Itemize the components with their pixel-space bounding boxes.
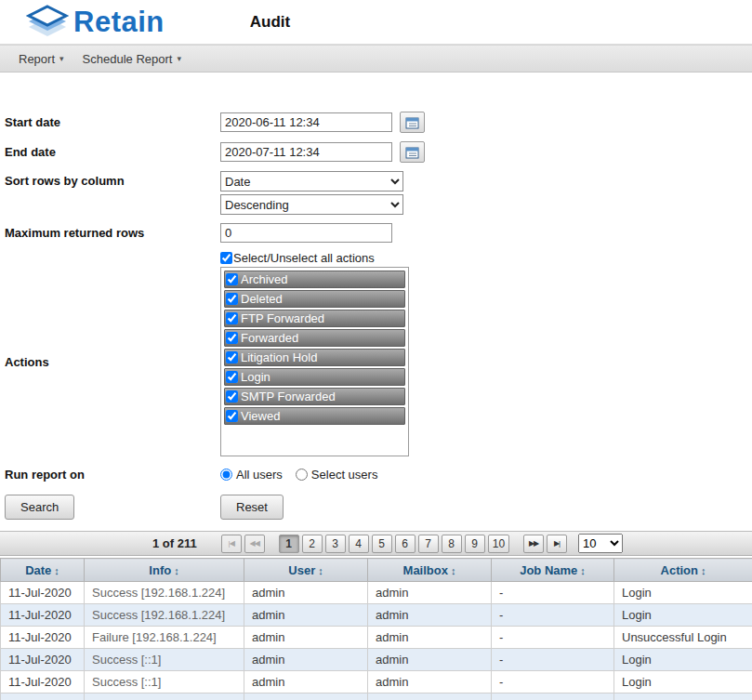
cell-mailbox: admin [368, 604, 492, 627]
cell-action: Login [614, 604, 752, 627]
action-item-smtp-forwarded[interactable]: SMTP Forwarded [224, 388, 405, 405]
cell-mailbox: admin [368, 627, 492, 649]
max-rows-row: Maximum returned rows [0, 223, 752, 243]
end-date-calendar-button[interactable] [400, 141, 425, 163]
table-row[interactable]: 11-Jul-2020 Success [192.168.1.224] admi… [1, 582, 752, 604]
start-date-input[interactable] [220, 112, 392, 132]
actions-row: Actions Archived Deleted FTP Forwarded F… [0, 267, 752, 456]
action-item-deleted[interactable]: Deleted [224, 290, 405, 308]
action-checkbox[interactable] [226, 410, 238, 422]
select-all-actions-checkbox[interactable] [220, 252, 232, 264]
cell-user: collector [244, 693, 368, 700]
radio-all-users[interactable]: All users [220, 468, 283, 482]
action-checkbox[interactable] [226, 371, 238, 383]
start-date-calendar-button[interactable] [400, 112, 425, 133]
action-checkbox[interactable] [226, 293, 238, 305]
column-header-job-name[interactable]: Job Name↕ [492, 559, 614, 582]
sort-column-select[interactable]: Date [220, 171, 403, 192]
retain-logo-icon [24, 4, 71, 41]
page-button-6[interactable]: 6 [395, 535, 416, 553]
cell-date: 11-Jul-2020 [1, 693, 85, 700]
cell-info: Success [::1] [85, 649, 244, 671]
end-date-input[interactable] [220, 142, 392, 162]
action-item-forwarded[interactable]: Forwarded [224, 329, 405, 347]
menu-report-label: Report [19, 52, 55, 66]
action-label: Deleted [241, 292, 283, 306]
page-button-3[interactable]: 3 [325, 535, 346, 553]
action-checkbox[interactable] [226, 351, 238, 363]
sort-icon: ↕ [318, 565, 323, 576]
max-rows-label: Maximum returned rows [0, 226, 220, 240]
page-size-select[interactable]: 10 [578, 534, 623, 553]
sort-row: Sort rows by column Date Descending [0, 171, 752, 215]
action-label: Archived [241, 272, 288, 286]
reset-button[interactable]: Reset [220, 495, 284, 520]
column-header-mailbox[interactable]: Mailbox↕ [368, 559, 492, 582]
cell-action: Login [614, 582, 752, 604]
action-item-login[interactable]: Login [224, 368, 405, 386]
column-header-date[interactable]: Date↕ [1, 559, 85, 582]
header: Retain Audit [0, 0, 752, 45]
action-item-archived[interactable]: Archived [224, 271, 405, 288]
cell-job-name: - [492, 627, 614, 649]
menu-bar: Report ▾ Schedule Report ▾ [0, 45, 752, 73]
sort-direction-select[interactable]: Descending [220, 194, 403, 215]
next-page-button[interactable]: ▶▶ [523, 535, 544, 553]
action-checkbox[interactable] [226, 312, 238, 324]
last-page-button[interactable]: ▶| [547, 535, 567, 553]
cell-user: admin [244, 582, 368, 604]
table-row[interactable]: 11-Jul-2020 Success [::1] admin admin - … [1, 649, 752, 671]
caret-down-icon: ▾ [59, 54, 64, 63]
page-button-2[interactable]: 2 [302, 535, 323, 553]
previous-page-button[interactable]: ◀◀ [244, 535, 265, 553]
page-button-7[interactable]: 7 [418, 535, 439, 553]
page-button-4[interactable]: 4 [349, 535, 369, 553]
menu-schedule-report[interactable]: Schedule Report ▾ [73, 46, 191, 72]
calendar-icon [405, 146, 419, 159]
table-row[interactable]: 11-Jul-2020 Success [::1] admin admin - … [1, 671, 752, 693]
sort-icon: ↕ [701, 565, 706, 576]
search-button[interactable]: Search [5, 495, 74, 520]
action-label: Forwarded [241, 331, 298, 345]
column-label: Job Name [520, 563, 577, 577]
page-button-9[interactable]: 9 [465, 535, 485, 553]
page-button-1[interactable]: 1 [279, 535, 299, 553]
pagination-controls: |◀ ◀◀ 1 2 3 4 5 6 7 8 9 10 ▶▶ ▶| [221, 535, 567, 553]
action-item-ftp-forwarded[interactable]: FTP Forwarded [224, 310, 405, 327]
action-checkbox[interactable] [226, 273, 238, 285]
action-item-litigation-hold[interactable]: Litigation Hold [224, 349, 405, 366]
column-header-user[interactable]: User↕ [244, 559, 368, 582]
radio-select-users[interactable]: Select users [296, 468, 378, 482]
cell-date: 11-Jul-2020 [1, 649, 85, 671]
retain-logo[interactable]: Retain [24, 4, 165, 41]
column-header-action[interactable]: Action↕ [614, 559, 752, 582]
page-button-10[interactable]: 10 [488, 535, 509, 553]
table-row[interactable]: 11-Jul-2020 Success [192.168.1.224] admi… [1, 604, 752, 627]
page-button-8[interactable]: 8 [442, 535, 462, 553]
cell-mailbox: admin [368, 671, 492, 693]
cell-info: Success [192.168.1.224] [85, 582, 244, 604]
page-button-5[interactable]: 5 [372, 535, 392, 553]
select-users-radio[interactable] [296, 469, 308, 481]
action-item-viewed[interactable]: Viewed [224, 407, 405, 425]
column-label: User [288, 563, 315, 577]
caret-down-icon: ▾ [177, 54, 181, 63]
cell-action: Login [614, 649, 752, 671]
cell-action: Archived [614, 693, 752, 700]
all-users-radio[interactable] [220, 469, 232, 481]
max-rows-input[interactable] [220, 223, 392, 243]
end-date-label: End date [0, 145, 220, 159]
cell-user: admin [244, 604, 368, 627]
column-header-info[interactable]: Info↕ [85, 559, 244, 582]
table-row[interactable]: 11-Jul-2020 Message ID = 35201 collector… [1, 693, 752, 700]
table-row[interactable]: 11-Jul-2020 Failure [192.168.1.224] admi… [1, 627, 752, 649]
select-all-actions-label: Select/Unselect all actions [233, 251, 375, 265]
action-checkbox[interactable] [226, 390, 238, 403]
search-button-cell: Search [0, 495, 220, 520]
action-checkbox[interactable] [226, 332, 238, 344]
first-page-button[interactable]: |◀ [221, 535, 242, 553]
actions-listbox[interactable]: Archived Deleted FTP Forwarded Forwarded… [220, 267, 409, 456]
page-title: Audit [250, 13, 290, 32]
menu-report[interactable]: Report ▾ [9, 46, 73, 72]
start-date-label: Start date [0, 115, 220, 129]
